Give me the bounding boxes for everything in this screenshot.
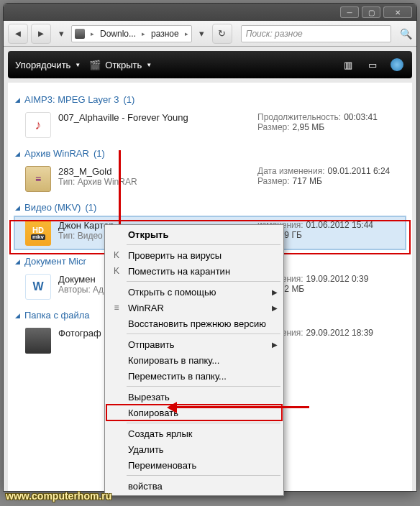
ctx-delete[interactable]: Удалить <box>106 441 282 457</box>
ctx-create-shortcut[interactable]: Создать ярлык <box>106 426 282 441</box>
maximize-button[interactable]: ▢ <box>362 6 380 18</box>
ctx-open[interactable]: Открыть <box>106 226 282 242</box>
rar-icon <box>25 166 51 192</box>
ctx-rename[interactable]: Переименовать <box>106 457 282 473</box>
watermark: www.computerhom.ru <box>6 490 111 502</box>
submenu-arrow-icon: ▶ <box>272 304 278 312</box>
search-icon[interactable]: 🔍 <box>400 28 412 40</box>
ctx-send-to[interactable]: Отправить▶ <box>106 336 282 352</box>
ctx-restore-version[interactable]: Восстановить прежнюю версию <box>106 316 282 331</box>
group-header-rar[interactable]: ◢ Архив WinRAR (1) <box>15 148 405 159</box>
breadcrumb[interactable]: ▸ Downlo... ▸ разное ▸ <box>71 25 192 42</box>
breadcrumb-dropdown[interactable]: ▾ <box>195 25 209 42</box>
folder-icon <box>25 328 51 354</box>
view-options[interactable]: ▥ <box>340 57 356 73</box>
navbar: ◄ ► ▾ ▸ Downlo... ▸ разное ▸ ▾ ↻ Поиск: … <box>4 21 416 47</box>
breadcrumb-seg-1[interactable]: Downlo... <box>97 26 139 42</box>
close-button[interactable]: ✕ <box>383 6 412 18</box>
back-button[interactable]: ◄ <box>8 24 28 44</box>
ctx-move-to-folder[interactable]: Переместить в папку... <box>106 368 282 384</box>
file-row[interactable]: 007_Alphaville - Forever Young Продолжит… <box>15 109 405 141</box>
help-button[interactable] <box>389 57 405 73</box>
shield-icon: K <box>111 265 122 277</box>
word-icon <box>25 274 51 300</box>
toolbar: Упорядочить▼ 🎬 Открыть▼ ▥ ▭ <box>8 51 412 78</box>
minimize-button[interactable]: ─ <box>340 6 359 18</box>
history-dropdown[interactable]: ▾ <box>54 25 68 42</box>
ctx-quarantine[interactable]: KПоместить на карантин <box>106 263 282 279</box>
clapper-icon: 🎬 <box>89 60 101 70</box>
ctx-properties[interactable]: войства <box>106 478 282 494</box>
ctx-winrar[interactable]: ≡WinRAR▶ <box>106 300 282 316</box>
organize-menu[interactable]: Упорядочить▼ <box>15 60 81 70</box>
preview-pane[interactable]: ▭ <box>365 57 380 73</box>
titlebar: ─ ▢ ✕ <box>4 4 416 21</box>
forward-button[interactable]: ► <box>31 24 51 44</box>
search-placeholder: Поиск: разное <box>246 29 303 39</box>
file-subtitle: Тип: Архив WinRAR <box>58 177 250 187</box>
hd-mkv-icon: HD mkv <box>25 220 51 246</box>
group-header-mp3[interactable]: ◢ AIMP3: MPEG Layer 3 (1) <box>15 94 405 105</box>
breadcrumb-seg-2[interactable]: разное <box>148 26 182 42</box>
refresh-button[interactable]: ↻ <box>212 24 232 44</box>
submenu-arrow-icon: ▶ <box>272 341 278 349</box>
ctx-copy-to-folder[interactable]: Копировать в папку... <box>106 352 282 368</box>
context-menu: Открыть KПроверить на вирусы KПоместить … <box>104 224 284 496</box>
search-input[interactable]: Поиск: разное <box>241 25 391 42</box>
ctx-open-with[interactable]: Открыть с помощью▶ <box>106 284 282 300</box>
winrar-icon: ≡ <box>111 302 122 313</box>
ctx-cut[interactable]: Вырезать <box>106 389 282 405</box>
submenu-arrow-icon: ▶ <box>272 288 278 296</box>
file-name: 007_Alphaville - Forever Young <box>58 112 250 123</box>
file-row[interactable]: 283_M_Gold Тип: Архив WinRAR Дата измене… <box>15 163 405 195</box>
file-name: 283_M_Gold <box>58 166 250 177</box>
drive-icon <box>75 29 85 39</box>
mp3-icon <box>25 112 51 138</box>
group-header-mkv[interactable]: ◢ Видео (MKV) (1) <box>15 202 405 213</box>
shield-icon: K <box>111 249 122 261</box>
ctx-virus-check[interactable]: KПроверить на вирусы <box>106 247 282 263</box>
open-button[interactable]: 🎬 Открыть▼ <box>89 60 152 70</box>
ctx-copy[interactable]: Копировать <box>106 405 282 420</box>
